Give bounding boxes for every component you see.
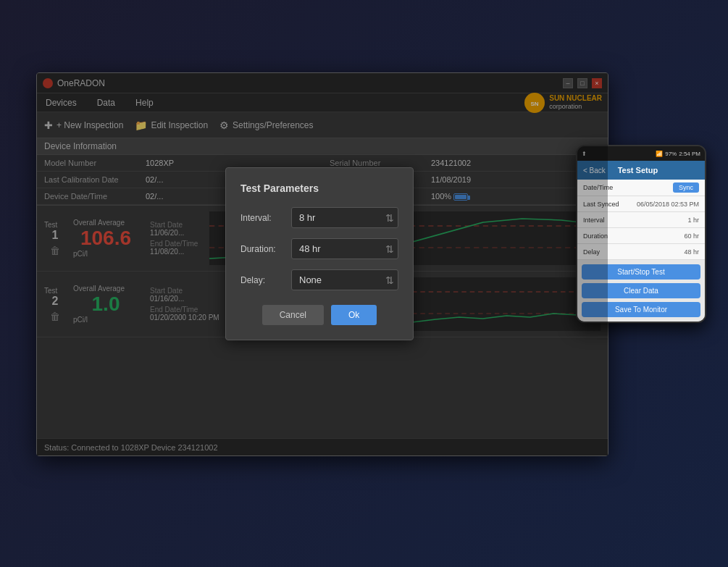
phone-time: 2:54 PM bbox=[679, 151, 700, 157]
interval-select[interactable]: 8 hr 1 hr 2 hr 4 hr 12 hr bbox=[291, 207, 398, 228]
modal-title: Test Parameters bbox=[240, 182, 398, 194]
phone-lastsynced-value: 06/05/2018 02:53 PM bbox=[637, 201, 699, 208]
duration-field: Duration: 48 hr 24 hr 72 hr 96 hr ⇅ bbox=[240, 238, 398, 259]
duration-label: Duration: bbox=[240, 244, 284, 254]
duration-select[interactable]: 48 hr 24 hr 72 hr 96 hr bbox=[291, 238, 398, 259]
phone-interval-value: 1 hr bbox=[687, 217, 699, 224]
cancel-button[interactable]: Cancel bbox=[262, 305, 324, 325]
delay-label: Delay: bbox=[240, 275, 284, 285]
delay-select[interactable]: None 1 hr 2 hr 4 hr 8 hr bbox=[291, 269, 398, 290]
test-parameters-modal: Test Parameters Interval: 8 hr 1 hr 2 hr… bbox=[225, 167, 414, 340]
duration-select-wrapper: 48 hr 24 hr 72 hr 96 hr ⇅ bbox=[291, 238, 398, 259]
delay-select-wrapper: None 1 hr 2 hr 4 hr 8 hr ⇅ bbox=[291, 269, 398, 290]
phone-sync-button[interactable]: Sync bbox=[673, 182, 699, 193]
phone-duration-value: 60 hr bbox=[684, 232, 699, 240]
ok-button[interactable]: Ok bbox=[331, 305, 377, 325]
interval-label: Interval: bbox=[240, 213, 284, 223]
main-window: OneRADON – □ × Devices Data Help SN bbox=[36, 72, 608, 456]
desktop: OneRADON – □ × Devices Data Help SN bbox=[0, 0, 728, 567]
interval-select-wrapper: 8 hr 1 hr 2 hr 4 hr 12 hr ⇅ bbox=[291, 207, 398, 228]
phone-battery-pct: 97% bbox=[665, 151, 677, 157]
interval-field: Interval: 8 hr 1 hr 2 hr 4 hr 12 hr ⇅ bbox=[240, 207, 398, 228]
modal-overlay: Test Parameters Interval: 8 hr 1 hr 2 hr… bbox=[37, 73, 608, 455]
phone-signal-icon: 📶 bbox=[656, 151, 663, 157]
delay-field: Delay: None 1 hr 2 hr 4 hr 8 hr ⇅ bbox=[240, 269, 398, 290]
phone-delay-value: 48 hr bbox=[684, 248, 699, 256]
modal-buttons: Cancel Ok bbox=[240, 305, 398, 325]
phone-header-title: Test Setup bbox=[618, 166, 658, 175]
